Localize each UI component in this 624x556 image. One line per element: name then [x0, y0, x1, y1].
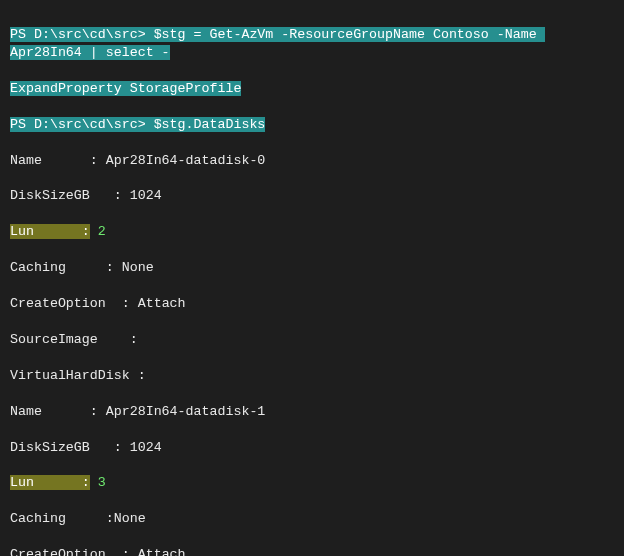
ps-prompt: PS D:\src\cd\src> $stg = Get-AzVm -Resou…	[10, 27, 545, 60]
lun-value: 3	[98, 475, 106, 490]
output-line: Lun : 3	[10, 474, 614, 492]
output-line: DiskSizeGB : 1024	[10, 187, 614, 205]
output-line: Name : Apr28In64-datadisk-0	[10, 152, 614, 170]
output-line: Name : Apr28In64-datadisk-1	[10, 403, 614, 421]
output-line: Caching : None	[10, 259, 614, 277]
output-line: Caching :None	[10, 510, 614, 528]
output-line: Lun : 2	[10, 223, 614, 241]
output-line: VirtualHardDisk :	[10, 367, 614, 385]
terminal-output: PS D:\src\cd\src> $stg = Get-AzVm -Resou…	[0, 0, 624, 556]
lun-value: 2	[98, 224, 106, 239]
lun-label: Lun :	[10, 475, 90, 490]
output-line: DiskSizeGB : 1024	[10, 439, 614, 457]
ps-prompt: PS D:\src\cd\src> $stg.DataDisks	[10, 117, 265, 132]
output-line: CreateOption : Attach	[10, 295, 614, 313]
lun-label: Lun :	[10, 224, 90, 239]
cmd-continuation: ExpandProperty StorageProfile	[10, 81, 241, 96]
output-line: SourceImage :	[10, 331, 614, 349]
output-line: CreateOption : Attach	[10, 546, 614, 556]
